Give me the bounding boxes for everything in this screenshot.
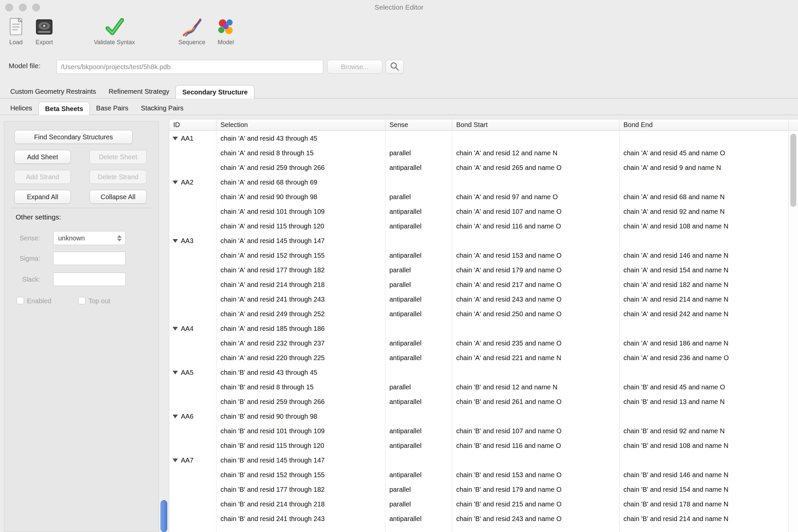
table-row[interactable]: chain 'A' and resid 101 through 109 anti… <box>169 204 788 219</box>
browse-button[interactable]: Browse... <box>327 60 382 74</box>
table-row[interactable]: chain 'B' and resid 177 through 182 para… <box>169 482 788 497</box>
table-row[interactable]: AA1 chain 'A' and resid 43 through 45 <box>169 131 788 146</box>
table-row[interactable]: chain 'A' and resid 249 through 252 anti… <box>169 307 788 321</box>
scrollbar-thumb[interactable] <box>790 134 796 207</box>
tab-custom-geometry-restraints[interactable]: Custom Geometry Restraints <box>4 85 102 98</box>
table-row[interactable]: chain 'B' and resid 214 through 218 para… <box>169 497 788 511</box>
export-button[interactable]: Export <box>33 16 55 46</box>
model-button[interactable]: Model <box>215 16 237 46</box>
tab-refinement-strategy[interactable]: Refinement Strategy <box>102 85 175 98</box>
column-header-id[interactable]: ID <box>169 119 216 130</box>
enabled-checkbox[interactable] <box>17 297 24 304</box>
table-row[interactable]: chain 'A' and resid 220 through 225 anti… <box>169 350 788 365</box>
table-vertical-scrollbar[interactable] <box>788 131 798 532</box>
sequence-button[interactable]: Sequence <box>178 16 205 46</box>
table-row[interactable]: chain 'A' and resid 259 through 266 anti… <box>169 160 788 175</box>
table-row[interactable]: chain 'A' and resid 214 through 218 para… <box>169 277 788 292</box>
bond-start-cell: chain 'A' and resid 221 and name N <box>452 354 620 362</box>
table-row[interactable]: chain 'B' and resid 241 through 243 anti… <box>169 511 788 526</box>
disclosure-triangle-icon[interactable] <box>173 327 178 330</box>
id-cell: AA2 <box>169 178 216 186</box>
column-header-bond-end[interactable]: Bond End <box>620 119 789 130</box>
subtab-stacking-pairs[interactable]: Stacking Pairs <box>135 101 190 115</box>
left-scrollbar-thumb[interactable] <box>160 500 167 532</box>
tab-secondary-structure[interactable]: Secondary Structure <box>175 85 254 98</box>
expand-all-button[interactable]: Expand All <box>14 190 71 204</box>
table-row[interactable]: chain 'B' and resid 8 through 15 paralle… <box>169 380 788 394</box>
table-row[interactable]: chain 'A' and resid 177 through 182 para… <box>169 263 788 277</box>
table-row[interactable]: chain 'B' and resid 259 through 266 anti… <box>169 394 788 409</box>
table-row[interactable]: chain 'A' and resid 8 through 15 paralle… <box>169 146 788 160</box>
disclosure-triangle-icon[interactable] <box>173 458 178 462</box>
magnifier-icon <box>389 68 400 73</box>
column-header-selection[interactable]: Selection <box>216 119 385 130</box>
column-header-spacer <box>789 119 798 130</box>
table-row[interactable]: AA7 chain 'B' and resid 145 through 147 <box>169 453 788 468</box>
disclosure-triangle-icon[interactable] <box>173 180 178 184</box>
id-cell <box>169 210 216 213</box>
table-row[interactable]: chain 'B' and resid 152 through 155 anti… <box>169 468 788 482</box>
beta-sheets-table: ID Selection Sense Bond Start Bond End A… <box>169 119 798 532</box>
subtab-beta-sheets[interactable]: Beta Sheets <box>39 102 90 115</box>
column-divider <box>216 131 216 532</box>
selection-cell: chain 'A' and resid 220 through 225 <box>216 354 385 362</box>
table-row[interactable]: chain 'A' and resid 241 through 243 anti… <box>169 292 788 307</box>
top-out-checkbox[interactable] <box>78 297 86 304</box>
delete-sheet-button[interactable]: Delete Sheet <box>90 150 147 164</box>
id-cell <box>169 444 216 448</box>
search-button[interactable] <box>386 60 404 74</box>
table-row[interactable]: chain 'B' and resid 101 through 109 anti… <box>169 424 788 438</box>
validate-syntax-button[interactable]: Validate Syntax <box>94 16 135 46</box>
bond-start-cell: chain 'A' and resid 153 and name O <box>452 252 620 259</box>
table-row[interactable]: AA2 chain 'A' and resid 68 through 69 <box>169 175 788 190</box>
table-row[interactable]: AA4 chain 'A' and resid 185 through 186 <box>169 321 788 336</box>
table-row[interactable]: AA5 chain 'B' and resid 43 through 45 <box>169 365 788 380</box>
slack-input[interactable] <box>53 273 126 286</box>
sense-dropdown[interactable]: unknown <box>53 231 126 245</box>
model-file-row: Model file: Browse... <box>0 59 798 75</box>
add-strand-button[interactable]: Add Strand <box>14 170 71 184</box>
disclosure-triangle-icon[interactable] <box>173 371 178 374</box>
table-row[interactable]: chain 'A' and resid 90 through 98 parall… <box>169 190 788 204</box>
id-cell <box>169 356 216 360</box>
bond-end-cell: chain 'B' and resid 13 and name N <box>620 398 788 406</box>
table-row[interactable]: chain 'A' and resid 152 through 155 anti… <box>169 248 788 263</box>
table-row[interactable]: chain 'B' and resid 115 through 120 anti… <box>169 438 788 453</box>
disclosure-triangle-icon[interactable] <box>173 239 178 243</box>
sense-cell: parallel <box>385 149 452 157</box>
collapse-all-button[interactable]: Collapse All <box>90 190 147 204</box>
selection-cell: chain 'A' and resid 185 through 186 <box>216 325 385 332</box>
id-cell <box>169 225 216 228</box>
bond-start-cell: chain 'B' and resid 12 and name N <box>452 383 620 391</box>
subtab-base-pairs[interactable]: Base Pairs <box>90 101 135 115</box>
table-row[interactable]: AA3 chain 'A' and resid 145 through 147 <box>169 233 788 248</box>
id-cell: AA5 <box>169 369 216 376</box>
id-cell <box>169 400 216 404</box>
table-row[interactable]: chain 'A' and resid 232 through 237 anti… <box>169 336 788 350</box>
table-row[interactable]: chain 'A' and resid 115 through 120 anti… <box>169 219 788 233</box>
column-header-sense[interactable]: Sense <box>385 119 452 130</box>
disclosure-triangle-icon[interactable] <box>173 137 178 140</box>
selection-cell: chain 'B' and resid 115 through 120 <box>216 442 385 450</box>
disclosure-triangle-icon[interactable] <box>173 415 178 418</box>
table-body: AA1 chain 'A' and resid 43 through 45 ch… <box>169 131 788 532</box>
sheet-id: AA4 <box>181 325 193 332</box>
enabled-checkbox-label: Enabled <box>27 297 51 305</box>
delete-strand-button[interactable]: Delete Strand <box>90 170 147 184</box>
sense-cell: parallel <box>385 486 452 493</box>
find-secondary-structures-button[interactable]: Find Secondary Structures <box>14 130 133 144</box>
load-button[interactable]: Load <box>5 16 27 46</box>
validate-syntax-label: Validate Syntax <box>94 39 135 46</box>
add-sheet-button[interactable]: Add Sheet <box>14 150 71 164</box>
title-bar[interactable]: Selection Editor <box>0 0 798 15</box>
sequence-squiggle-icon <box>181 16 203 38</box>
id-cell <box>169 268 216 272</box>
model-file-input[interactable] <box>57 60 323 74</box>
table-row[interactable]: AA6 chain 'B' and resid 90 through 98 <box>169 409 788 424</box>
id-cell <box>169 385 216 389</box>
sigma-input[interactable] <box>53 252 126 265</box>
column-header-bond-start[interactable]: Bond Start <box>452 119 620 130</box>
bond-end-cell: chain 'A' and resid 9 and name N <box>620 164 788 172</box>
selection-cell: chain 'B' and resid 145 through 147 <box>216 457 385 464</box>
subtab-helices[interactable]: Helices <box>4 101 39 115</box>
